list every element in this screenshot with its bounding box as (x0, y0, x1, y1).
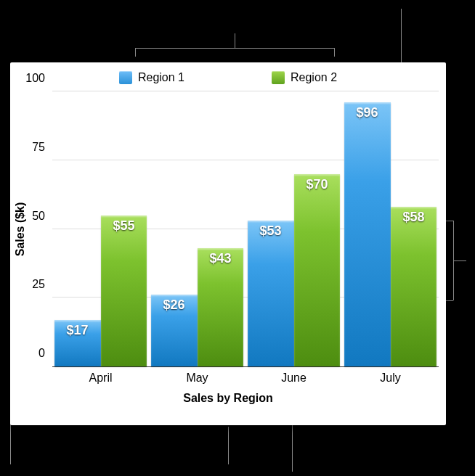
bar-group-july: $96 $58 (342, 91, 439, 366)
bar-region2: $55 (101, 216, 147, 366)
y-tick: 75 (16, 141, 45, 154)
legend-swatch-icon (272, 71, 285, 84)
bar-group-april: $17 $55 (52, 91, 149, 366)
bar-value-label: $26 (151, 298, 198, 313)
bar-group-june: $53 $70 (245, 91, 342, 366)
y-tick: 0 (16, 347, 45, 360)
bars-container: $17 $55 $26 $43 $53 $70 (52, 91, 439, 366)
chart-container: Region 1 Region 2 Sales ($k) 100 75 50 2… (10, 62, 446, 425)
bar-region1: $26 (151, 295, 198, 366)
legend-label: Region 2 (291, 71, 337, 84)
bar-region2: $70 (294, 174, 341, 366)
bar-value-label: $55 (101, 218, 147, 234)
x-tick: April (52, 367, 149, 385)
callout-tick (446, 221, 453, 221)
legend-swatch-icon (119, 71, 132, 84)
callout-tick (334, 48, 335, 57)
bar-value-label: $96 (344, 105, 391, 120)
callout-stem (235, 33, 235, 48)
bar-region1: $53 (248, 221, 294, 366)
x-tick: May (149, 367, 245, 385)
callout-stem (453, 260, 466, 261)
bar-value-label: $43 (198, 251, 244, 266)
legend: Region 1 Region 2 (10, 68, 446, 91)
bar-value-label: $53 (248, 223, 294, 239)
bar-region1: $17 (54, 320, 101, 366)
x-tick: July (342, 367, 439, 385)
x-axis-title: Sales by Region (10, 392, 446, 405)
callout-bracket-top (135, 48, 334, 49)
legend-label: Region 1 (138, 71, 184, 84)
x-tick: June (245, 367, 342, 385)
legend-item-region1: Region 1 (119, 71, 184, 84)
bar-value-label: $17 (54, 323, 101, 338)
y-tick: 25 (16, 278, 45, 291)
bar-value-label: $70 (294, 177, 341, 192)
callout-line (228, 427, 229, 464)
callout-tick (446, 300, 453, 301)
callout-tick (135, 48, 136, 57)
bar-region2: $58 (391, 207, 437, 366)
y-tick: 50 (16, 210, 45, 223)
plot-area: Sales ($k) 100 75 50 25 0 $17 $55 $26 (52, 91, 439, 367)
bar-region2: $43 (198, 248, 244, 366)
y-tick: 100 (16, 72, 45, 85)
bar-region1: $96 (344, 102, 391, 366)
x-axis: April May June July (52, 367, 439, 385)
bar-value-label: $58 (391, 210, 437, 225)
bar-group-may: $26 $43 (149, 91, 245, 366)
legend-item-region2: Region 2 (272, 71, 337, 84)
